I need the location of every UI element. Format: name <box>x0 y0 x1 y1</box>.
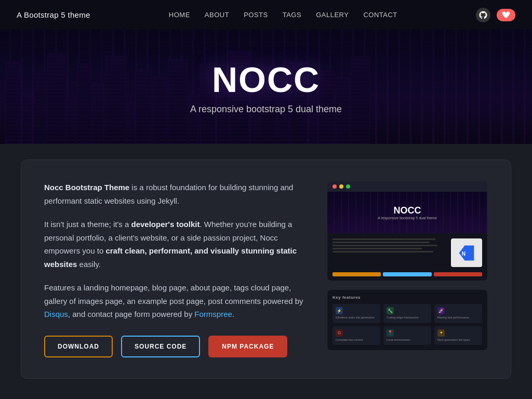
para2-end: easily. <box>77 260 101 269</box>
para2-bold: developer's toolkit <box>131 220 200 229</box>
feature-item-6: ✦ Next-generation file types <box>434 326 482 345</box>
feature-item-3: 🚀 Blazing fast performance <box>434 304 482 323</box>
brand-label: A Bootstrap 5 theme <box>17 10 90 19</box>
preview-buttons <box>327 272 487 281</box>
feature-icon-1: ⚡ <box>336 307 343 314</box>
formspree-link[interactable]: Formspree <box>194 310 232 318</box>
brand-name: Nocc Bootstrap Theme <box>44 183 129 192</box>
feature-label-1: Effortless static site generation <box>336 316 377 320</box>
text-section: Nocc Bootstrap Theme is a robust foundat… <box>44 181 306 357</box>
feature-item-4: G Complete fast control <box>332 326 380 345</box>
browser-bar <box>327 181 487 192</box>
preview-mini-title: NOCC <box>394 205 421 216</box>
features-grid: ⚡ Effortless static site generation 🔧 Cu… <box>332 304 482 345</box>
content-card: Nocc Bootstrap Theme is a robust foundat… <box>21 159 511 379</box>
navbar: A Bootstrap 5 theme HOME ABOUT POSTS TAG… <box>0 0 532 30</box>
feature-icon-6: ✦ <box>437 329 445 337</box>
preview-section: NOCC A responsive bootstrap 5 dual theme <box>327 181 488 351</box>
button-row: DOWNLOAD SOURCE CODE NPM PACKAGE <box>44 336 306 357</box>
para3-pre: Features a landing homepage, blog page, … <box>44 283 303 305</box>
para2-pre: It isn't just a theme; it's a <box>44 220 131 229</box>
preview-hero-mini: NOCC A responsive bootstrap 5 dual theme <box>327 192 487 233</box>
disqus-link[interactable]: Disqus <box>44 310 68 318</box>
preview-text-block <box>332 238 447 267</box>
download-button[interactable]: DOWNLOAD <box>44 336 113 357</box>
main-content: Nocc Bootstrap Theme is a robust foundat… <box>0 144 532 394</box>
dot-red <box>332 184 337 189</box>
preview-body: N <box>327 233 487 272</box>
nav-gallery[interactable]: GALLERY <box>316 11 349 19</box>
svg-text:N: N <box>462 251 466 257</box>
hero-subtitle: A responsive bootstrap 5 dual theme <box>190 104 342 115</box>
feature-item-5: 📍 Local environment <box>383 326 431 345</box>
feature-label-3: Blazing fast performance <box>437 316 479 320</box>
paragraph-3: Features a landing homepage, blog page, … <box>44 281 306 321</box>
paragraph-1: Nocc Bootstrap Theme is a robust foundat… <box>44 181 306 207</box>
feature-label-5: Local environment <box>387 338 428 342</box>
paragraph-2: It isn't just a theme; it's a developer'… <box>44 218 306 271</box>
para3-end: . <box>232 310 234 318</box>
preview-btn-orange <box>332 272 381 276</box>
feature-item-1: ⚡ Effortless static site generation <box>332 304 380 323</box>
hero-content: NOCC A responsive bootstrap 5 dual theme <box>190 59 342 115</box>
features-title: Key features <box>332 295 482 300</box>
preview-card-hero: NOCC A responsive bootstrap 5 dual theme <box>327 181 488 281</box>
feature-icon-3: 🚀 <box>437 307 445 314</box>
preview-btn-red <box>434 272 482 276</box>
preview-logo-block: N <box>451 238 482 267</box>
dot-green <box>346 184 350 189</box>
nav-contact[interactable]: CONTACT <box>363 11 397 19</box>
nav-links: HOME ABOUT POSTS TAGS GALLERY CONTACT <box>169 11 397 19</box>
github-icon[interactable] <box>476 8 490 22</box>
source-code-button[interactable]: SOURCE CODE <box>121 336 200 357</box>
dot-yellow <box>339 184 343 189</box>
feature-label-2: Cutting-edge frameworks <box>387 316 428 320</box>
feature-icon-4: G <box>336 329 343 337</box>
feature-label-4: Complete fast control <box>336 338 377 342</box>
npm-package-button[interactable]: NPM PACKAGE <box>208 336 287 357</box>
feature-label-6: Next-generation file types <box>437 338 479 342</box>
svg-marker-0 <box>459 245 474 260</box>
nav-about[interactable]: ABOUT <box>205 11 229 19</box>
features-card: Key features ⚡ Effortless static site ge… <box>327 289 488 351</box>
para3-mid: , and contact page form powered by <box>68 310 194 318</box>
preview-mini-subtitle: A responsive bootstrap 5 dual theme <box>378 216 437 220</box>
kofi-button[interactable] <box>497 9 515 21</box>
hero-title: NOCC <box>190 59 342 100</box>
feature-item-2: 🔧 Cutting-edge frameworks <box>383 304 431 323</box>
nav-icons <box>476 8 515 22</box>
preview-btn-blue <box>383 272 431 276</box>
feature-icon-5: 📍 <box>387 329 394 337</box>
hero-section: NOCC A responsive bootstrap 5 dual theme <box>0 30 532 144</box>
nav-posts[interactable]: POSTS <box>244 11 268 19</box>
nav-tags[interactable]: TAGS <box>283 11 301 19</box>
feature-icon-2: 🔧 <box>387 307 394 314</box>
nav-home[interactable]: HOME <box>169 11 190 19</box>
